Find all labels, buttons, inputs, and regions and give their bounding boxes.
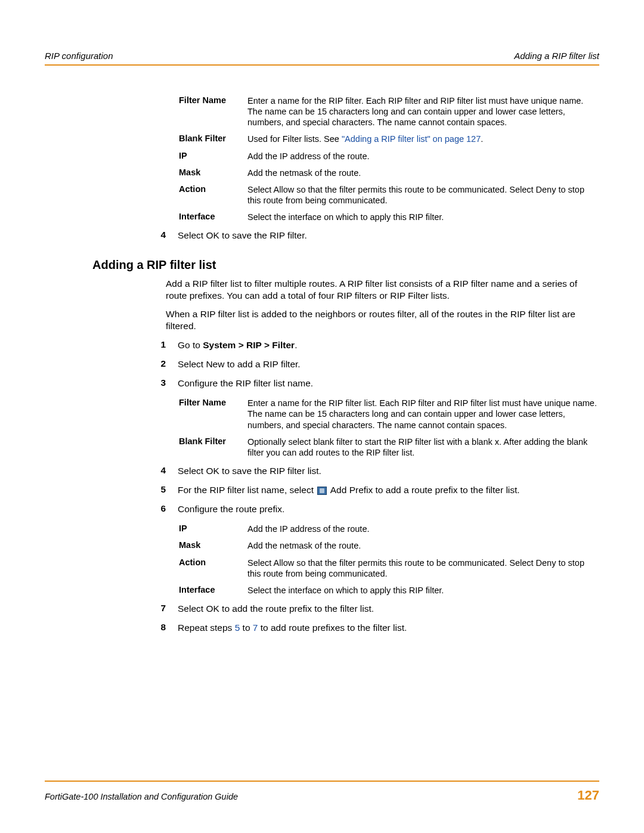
def-row: Interface Select the interface on which …	[179, 585, 599, 596]
footer-title: FortiGate-100 Installation and Configura…	[45, 792, 238, 801]
text: Repeat steps	[178, 623, 235, 633]
paragraph: Add a RIP filter list to filter multiple…	[166, 278, 599, 302]
def-desc: Select Allow so that the filter permits …	[247, 558, 599, 579]
step-number: 7	[145, 603, 178, 615]
text: Used for Filter lists. See	[247, 134, 342, 144]
def-term: Mask	[179, 540, 247, 551]
def-row: IP Add the IP address of the route.	[179, 524, 599, 534]
document-page: RIP configuration Adding a RIP filter li…	[0, 0, 644, 833]
def-row: IP Add the IP address of the route.	[179, 151, 599, 162]
def-desc: Enter a name for the RIP filter list. Ea…	[247, 398, 599, 430]
def-term: Blank Filter	[179, 436, 247, 458]
step-item: 4 Select OK to save the RIP filter.	[145, 230, 599, 241]
def-desc: Select Allow so that the filter permits …	[247, 184, 599, 206]
text: Go to	[178, 340, 203, 350]
header-left: RIP configuration	[45, 51, 113, 61]
page-footer: FortiGate-100 Installation and Configura…	[45, 781, 599, 803]
step-text: Select OK to save the RIP filter list.	[178, 465, 599, 477]
text: Add Prefix to add a route prefix to the …	[328, 485, 519, 495]
def-term: Interface	[179, 585, 247, 596]
def-desc: Select the interface on which to apply t…	[247, 585, 599, 596]
def-term: Mask	[179, 168, 247, 178]
text: .	[481, 134, 483, 144]
step-reference-link[interactable]: 5	[235, 623, 240, 633]
step-text: Configure the route prefix.	[178, 503, 599, 515]
def-desc: Enter a name for the RIP filter. Each RI…	[247, 95, 599, 128]
def-desc: Add the IP address of the route.	[247, 151, 599, 162]
step-text: Go to System > RIP > Filter.	[178, 339, 599, 351]
definition-table-3: IP Add the IP address of the route. Mask…	[179, 524, 599, 596]
def-row: Blank Filter Optionally select blank fil…	[179, 436, 599, 458]
def-row: Action Select Allow so that the filter p…	[179, 558, 599, 579]
paragraph: When a RIP filter list is added to the n…	[166, 308, 599, 332]
step-item: 8 Repeat steps 5 to 7 to add route prefi…	[145, 622, 599, 634]
def-term: Action	[179, 558, 247, 579]
step-item: 4 Select OK to save the RIP filter list.	[145, 465, 599, 477]
def-row: Filter Name Enter a name for the RIP fil…	[179, 95, 599, 128]
step-number: 4	[145, 230, 178, 241]
definition-table-1: Filter Name Enter a name for the RIP fil…	[179, 95, 599, 222]
def-row: Action Select Allow so that the filter p…	[179, 184, 599, 206]
def-term: IP	[179, 524, 247, 534]
page-header: RIP configuration Adding a RIP filter li…	[45, 51, 599, 66]
step-number: 3	[145, 377, 178, 389]
def-desc: Add the IP address of the route.	[247, 524, 599, 534]
step-number: 4	[145, 465, 178, 477]
step-text: Select New to add a RIP filter.	[178, 358, 599, 370]
step-item: 6 Configure the route prefix.	[145, 503, 599, 515]
step-item: 2 Select New to add a RIP filter.	[145, 358, 599, 370]
def-desc: Optionally select blank filter to start …	[247, 436, 599, 458]
step-text: Select OK to add the route prefix to the…	[178, 603, 599, 615]
text: .	[295, 340, 297, 350]
def-row: Interface Select the interface on which …	[179, 212, 599, 222]
step-item: 1 Go to System > RIP > Filter.	[145, 339, 599, 351]
def-term: Filter Name	[179, 398, 247, 430]
def-term: IP	[179, 151, 247, 162]
def-desc: Select the interface on which to apply t…	[247, 212, 599, 222]
text: to	[240, 623, 253, 633]
def-desc: Add the netmask of the route.	[247, 540, 599, 551]
definition-table-2: Filter Name Enter a name for the RIP fil…	[179, 398, 599, 458]
step-number: 8	[145, 622, 178, 634]
cross-reference-link[interactable]: "Adding a RIP filter list" on page 127	[342, 134, 481, 144]
page-content: Filter Name Enter a name for the RIP fil…	[45, 66, 599, 634]
def-row: Mask Add the netmask of the route.	[179, 168, 599, 178]
text: For the RIP filter list name, select	[178, 485, 316, 495]
nav-path: System > RIP > Filter	[203, 340, 295, 350]
step-number: 5	[145, 484, 178, 496]
step-text: Select OK to save the RIP filter.	[178, 230, 599, 241]
def-term: Action	[179, 184, 247, 206]
step-text: For the RIP filter list name, select Add…	[178, 484, 599, 496]
step-item: 7 Select OK to add the route prefix to t…	[145, 603, 599, 615]
step-item: 5 For the RIP filter list name, select A…	[145, 484, 599, 496]
footer-page-number: 127	[577, 788, 599, 803]
def-desc: Used for Filter lists. See "Adding a RIP…	[247, 134, 599, 144]
def-row: Blank Filter Used for Filter lists. See …	[179, 134, 599, 144]
header-right: Adding a RIP filter list	[514, 51, 599, 61]
step-number: 6	[145, 503, 178, 515]
step-number: 2	[145, 358, 178, 370]
step-item: 3 Configure the RIP filter list name.	[145, 377, 599, 389]
def-row: Mask Add the netmask of the route.	[179, 540, 599, 551]
def-row: Filter Name Enter a name for the RIP fil…	[179, 398, 599, 430]
text: to add route prefixes to the filter list…	[258, 623, 407, 633]
def-desc: Add the netmask of the route.	[247, 168, 599, 178]
step-text: Configure the RIP filter list name.	[178, 377, 599, 389]
section-heading: Adding a RIP filter list	[92, 258, 599, 272]
def-term: Filter Name	[179, 95, 247, 128]
def-term: Blank Filter	[179, 134, 247, 144]
def-term: Interface	[179, 212, 247, 222]
step-text: Repeat steps 5 to 7 to add route prefixe…	[178, 622, 599, 634]
add-prefix-icon	[317, 487, 327, 495]
step-number: 1	[145, 339, 178, 351]
